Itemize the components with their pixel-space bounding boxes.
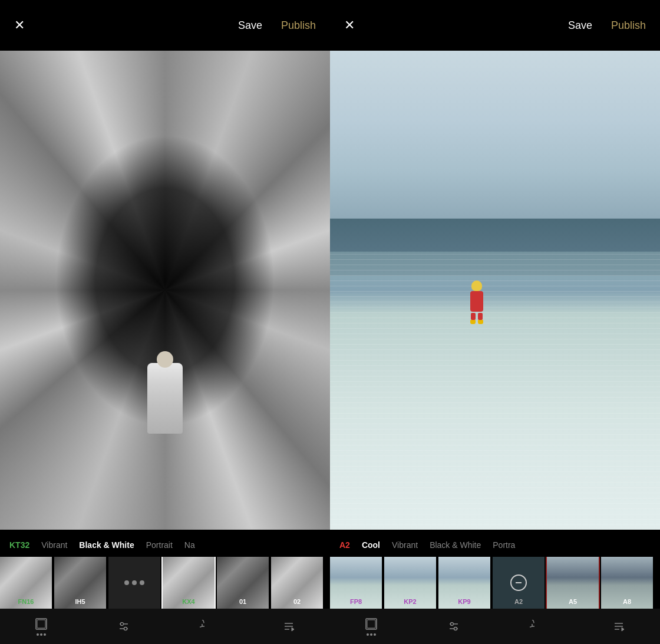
- left-tool-selective[interactable]: [273, 615, 305, 638]
- left-filter-cat-vibrant[interactable]: Vibrant: [41, 540, 67, 550]
- left-tool-history[interactable]: [190, 615, 222, 638]
- left-filter-thumb-kt32[interactable]: [108, 557, 160, 609]
- left-photo-subject: [147, 363, 183, 434]
- left-header-actions: Save Publish: [238, 19, 316, 32]
- right-frames-dots: [367, 633, 376, 636]
- left-filter-thumbnails: FN16 IH5 KX4 01: [0, 557, 330, 609]
- left-header: ✕ Save Publish: [0, 0, 330, 51]
- left-tool-adjust[interactable]: [108, 615, 140, 638]
- left-photo-area: [0, 51, 330, 530]
- left-filter-categories: KT32 Vibrant Black & White Portrait Na: [0, 530, 330, 557]
- left-frames-dot-2: [40, 633, 42, 636]
- right-filter-thumb-kp9[interactable]: KP9: [438, 557, 490, 609]
- svg-point-5: [124, 628, 127, 630]
- left-publish-button[interactable]: Publish: [281, 19, 316, 32]
- right-tool-adjust[interactable]: [438, 615, 470, 638]
- right-filter-cat-bw[interactable]: Black & White: [430, 540, 481, 550]
- right-photo-subject: [468, 280, 485, 313]
- left-thumb-label-kx4: KX4: [163, 598, 214, 605]
- left-close-button[interactable]: ✕: [14, 19, 25, 32]
- svg-point-3: [121, 623, 124, 626]
- right-tool-frames[interactable]: [355, 613, 387, 640]
- right-save-button[interactable]: Save: [568, 19, 592, 32]
- right-photo-beach: [330, 51, 660, 530]
- svg-marker-9: [292, 628, 294, 631]
- left-dot-3: [140, 580, 144, 585]
- right-thumb-label-fp8: FP8: [330, 598, 382, 605]
- right-panel: ✕ Save Publish A2 C: [330, 0, 660, 644]
- beach-child-head: [471, 280, 482, 291]
- right-filter-thumb-fp8[interactable]: FP8: [330, 557, 382, 609]
- right-tool-history[interactable]: [520, 615, 552, 638]
- right-photo-area: [330, 51, 660, 530]
- right-thumb-label-a2: A2: [493, 598, 544, 605]
- left-frames-dot-1: [37, 633, 39, 636]
- right-filter-cat-cool[interactable]: Cool: [362, 540, 380, 550]
- right-a2-key-icon: [510, 574, 527, 591]
- left-filter-thumb-ih5[interactable]: IH5: [54, 557, 106, 609]
- left-filter-thumb-02[interactable]: 02: [271, 557, 323, 609]
- left-panel: ✕ Save Publish KT32 Vibrant Black & Whit…: [0, 0, 330, 644]
- right-close-button[interactable]: ✕: [344, 19, 355, 32]
- right-frames-dot-2: [370, 633, 372, 636]
- beach-child-boot-left: [470, 320, 476, 324]
- right-filter-cat-a2[interactable]: A2: [339, 540, 350, 550]
- right-filter-thumb-kp2[interactable]: KP2: [384, 557, 436, 609]
- right-header: ✕ Save Publish: [330, 0, 660, 51]
- right-filter-section: A2 Cool Vibrant Black & White Portra FP8…: [330, 530, 660, 609]
- svg-point-13: [451, 623, 454, 626]
- svg-rect-10: [366, 619, 377, 629]
- right-thumb-label-a8: A8: [601, 598, 653, 605]
- right-filter-categories: A2 Cool Vibrant Black & White Portra: [330, 530, 660, 557]
- right-header-actions: Save Publish: [568, 19, 646, 32]
- left-thumb-label-01: 01: [217, 598, 269, 605]
- left-thumb-label-ih5: IH5: [54, 598, 106, 605]
- left-filter-section: KT32 Vibrant Black & White Portrait Na F…: [0, 530, 330, 609]
- left-filter-thumb-01[interactable]: 01: [217, 557, 269, 609]
- beach-child-boot-right: [478, 320, 483, 324]
- left-thumb-label-fn16: FN16: [0, 598, 52, 605]
- svg-rect-11: [367, 620, 375, 628]
- svg-rect-1: [37, 620, 45, 628]
- left-save-button[interactable]: Save: [238, 19, 262, 32]
- left-photo-bw: [0, 51, 330, 530]
- beach-child-body: [470, 291, 483, 312]
- left-dot-1: [124, 580, 129, 585]
- beach-child-boots: [468, 320, 485, 324]
- left-frames-dots: [37, 633, 46, 636]
- left-frames-dot-3: [44, 633, 46, 636]
- right-filter-cat-portrait[interactable]: Portra: [493, 540, 515, 550]
- left-thumb-label-02: 02: [271, 598, 323, 605]
- right-thumb-label-kp9: KP9: [438, 598, 490, 605]
- beach-child-leg-right: [478, 313, 483, 320]
- left-toolbar: [0, 609, 330, 644]
- right-publish-button[interactable]: Publish: [611, 19, 646, 32]
- right-thumb-label-a5: A5: [547, 598, 599, 605]
- right-frames-dot-3: [374, 633, 376, 636]
- left-filter-cat-na[interactable]: Na: [184, 540, 195, 550]
- right-filter-cat-vibrant[interactable]: Vibrant: [392, 540, 418, 550]
- left-tool-frames[interactable]: [25, 613, 57, 640]
- right-toolbar: [330, 609, 660, 644]
- right-filter-thumb-a8[interactable]: A8: [601, 557, 653, 609]
- left-filter-thumb-kx4[interactable]: KX4: [163, 557, 214, 609]
- left-filter-thumb-fn16[interactable]: FN16: [0, 557, 52, 609]
- right-filter-thumb-a2[interactable]: A2: [493, 557, 544, 609]
- left-dot-2: [132, 580, 137, 585]
- left-filter-cat-portrait[interactable]: Portrait: [146, 540, 173, 550]
- right-filter-thumb-a5[interactable]: A5: [547, 557, 599, 609]
- right-thumb-label-kp2: KP2: [384, 598, 436, 605]
- right-tool-selective[interactable]: [603, 615, 635, 638]
- svg-rect-0: [36, 619, 47, 629]
- left-filter-cat-bw[interactable]: Black & White: [79, 540, 134, 550]
- right-frames-dot-1: [367, 633, 369, 636]
- beach-child-leg-left: [471, 313, 476, 320]
- beach-child-legs: [468, 313, 485, 320]
- svg-point-15: [454, 628, 457, 630]
- left-filter-cat-kt32[interactable]: KT32: [9, 540, 29, 550]
- svg-marker-19: [622, 628, 624, 631]
- right-filter-thumbnails: FP8 KP2 KP9 A2 A5: [330, 557, 660, 609]
